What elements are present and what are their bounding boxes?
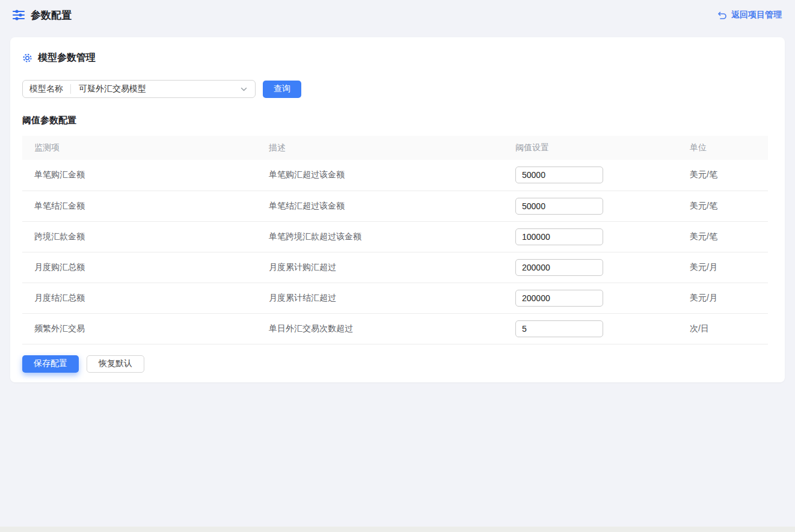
unit-cell: 美元/月 (678, 283, 768, 313)
description-cell: 单日外汇交易次数超过 (257, 313, 503, 344)
threshold-input[interactable] (515, 259, 603, 276)
column-header-item: 监测项 (22, 136, 257, 160)
controls-row: 模型名称 可疑外汇交易模型 查询 (22, 80, 773, 98)
chevron-down-icon (240, 85, 248, 93)
unit-cell: 次/日 (678, 313, 768, 344)
sliders-icon (12, 8, 25, 22)
description-cell: 月度累计购汇超过 (257, 252, 503, 283)
threshold-input[interactable] (515, 198, 603, 215)
bottom-edge-strip (0, 527, 795, 532)
query-button[interactable]: 查询 (263, 81, 301, 98)
table-row: 跨境汇款金额 单笔跨境汇款超过该金额 美元/笔 (22, 221, 768, 252)
description-cell: 单笔购汇超过该金额 (257, 160, 503, 191)
table-row: 月度购汇总额 月度累计购汇超过 美元/月 (22, 252, 768, 283)
page-header: 参数配置 返回项目管理 (0, 0, 795, 30)
table-row: 单笔购汇金额 单笔购汇超过该金额 美元/笔 (22, 160, 768, 191)
table-row: 月度结汇总额 月度累计结汇超过 美元/月 (22, 283, 768, 313)
monitor-item-cell: 月度购汇总额 (22, 252, 257, 283)
model-select-value: 可疑外汇交易模型 (71, 84, 240, 94)
table-row: 单笔结汇金额 单笔结汇超过该金额 美元/笔 (22, 191, 768, 221)
threshold-input[interactable] (515, 290, 603, 307)
description-cell: 单笔结汇超过该金额 (257, 191, 503, 221)
monitor-item-cell: 单笔结汇金额 (22, 191, 257, 221)
monitor-item-cell: 单笔购汇金额 (22, 160, 257, 191)
monitor-item-cell: 跨境汇款金额 (22, 221, 257, 252)
threshold-table: 监测项 描述 阈值设置 单位 单笔购汇金额 单笔购汇超过该金额 美元/笔 单笔结… (22, 136, 768, 344)
page-title: 参数配置 (31, 8, 72, 22)
threshold-input[interactable] (515, 320, 603, 337)
return-arrow-icon (717, 10, 727, 20)
save-config-button[interactable]: 保存配置 (22, 355, 79, 373)
section-header: 模型参数管理 (22, 52, 773, 64)
monitor-item-cell: 频繁外汇交易 (22, 313, 257, 344)
threshold-section-title: 阈值参数配置 (22, 115, 773, 126)
column-header-threshold: 阈值设置 (503, 136, 678, 160)
unit-cell: 美元/笔 (678, 221, 768, 252)
table-row: 频繁外汇交易 单日外汇交易次数超过 次/日 (22, 313, 768, 344)
monitor-item-cell: 月度结汇总额 (22, 283, 257, 313)
column-header-description: 描述 (257, 136, 503, 160)
model-parameter-card: 模型参数管理 模型名称 可疑外汇交易模型 查询 阈值参数配置 监测项 (10, 37, 785, 382)
threshold-input[interactable] (515, 228, 603, 245)
page: 参数配置 返回项目管理 模型参数管理 模型名称 (0, 0, 795, 532)
back-link-label: 返回项目管理 (731, 10, 782, 20)
model-select-label: 模型名称 (23, 84, 70, 94)
section-title: 模型参数管理 (38, 52, 96, 64)
page-header-left: 参数配置 (12, 8, 72, 22)
column-header-unit: 单位 (678, 136, 768, 160)
restore-default-button[interactable]: 恢复默认 (87, 355, 144, 373)
unit-cell: 美元/笔 (678, 191, 768, 221)
threshold-input[interactable] (515, 167, 603, 183)
description-cell: 月度累计结汇超过 (257, 283, 503, 313)
back-to-project-link[interactable]: 返回项目管理 (717, 10, 782, 20)
description-cell: 单笔跨境汇款超过该金额 (257, 221, 503, 252)
unit-cell: 美元/笔 (678, 160, 768, 191)
gear-icon (22, 53, 32, 63)
table-header-row: 监测项 描述 阈值设置 单位 (22, 136, 768, 160)
actions-row: 保存配置 恢复默认 (22, 355, 773, 373)
unit-cell: 美元/月 (678, 252, 768, 283)
model-name-select[interactable]: 模型名称 可疑外汇交易模型 (22, 80, 256, 98)
